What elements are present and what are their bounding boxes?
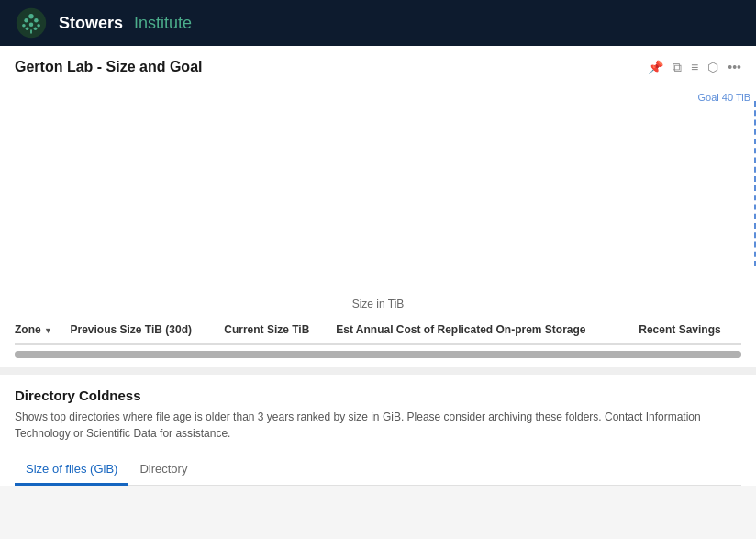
more-icon[interactable]: ••• [728,60,741,74]
coldness-tabs: Size of files (GiB) Directory [15,455,741,486]
col-zone: Zone ▼ [15,316,64,344]
sort-arrow-zone[interactable]: ▼ [44,326,52,335]
app-header: Stowers Institute [0,0,756,46]
coldness-section: Directory Coldness Shows top directories… [0,375,756,486]
filter-icon[interactable]: ≡ [691,60,698,74]
horizontal-scrollbar[interactable] [0,345,756,367]
copy-icon[interactable]: ⧉ [673,60,682,75]
col-savings: Recent Savings [633,316,741,344]
brand-name: Stowers [59,14,123,33]
svg-point-3 [34,18,39,23]
col-est-cost: Est Annual Cost of Replicated On-prem St… [330,316,633,344]
brand-tagline: Institute [134,14,192,33]
app-logo [15,6,48,39]
svg-point-6 [37,24,40,28]
data-table-container: Zone ▼ Previous Size TiB (30d) Current S… [0,316,756,345]
svg-rect-9 [30,29,32,34]
section-divider [0,367,756,375]
chart-area: Goal 40 TiB [0,83,756,294]
size-goal-table: Zone ▼ Previous Size TiB (30d) Current S… [15,316,741,345]
svg-point-5 [29,23,34,28]
col-prev-size: Previous Size TiB (30d) [64,316,218,344]
main-content: Gerton Lab - Size and Goal 📌 ⧉ ≡ ⬡ ••• G… [0,46,756,539]
x-axis-label: Size in TiB [0,294,756,316]
svg-point-7 [26,28,29,31]
tab-directory[interactable]: Directory [128,455,198,486]
panel-header: Gerton Lab - Size and Goal 📌 ⧉ ≡ ⬡ ••• [0,46,756,83]
scrollbar-thumb[interactable] [15,351,741,358]
table-header-row: Zone ▼ Previous Size TiB (30d) Current S… [15,316,741,344]
pin-icon[interactable]: 📌 [648,60,663,74]
goal-label: Goal 40 TiB [698,92,750,103]
svg-point-1 [28,14,33,18]
svg-point-2 [24,18,28,23]
panel-toolbar: 📌 ⧉ ≡ ⬡ ••• [648,60,741,75]
size-goal-panel: Gerton Lab - Size and Goal 📌 ⧉ ≡ ⬡ ••• G… [0,46,756,367]
panel-title: Gerton Lab - Size and Goal [15,59,202,75]
svg-point-4 [22,24,26,28]
coldness-description: Shows top directories where file age is … [15,409,741,442]
scrollbar-track [15,351,741,358]
coldness-title: Directory Coldness [15,387,741,403]
tab-size-files[interactable]: Size of files (GiB) [15,455,128,486]
expand-icon[interactable]: ⬡ [707,60,718,74]
col-curr-size: Current Size TiB [218,316,330,344]
svg-point-8 [34,28,38,31]
